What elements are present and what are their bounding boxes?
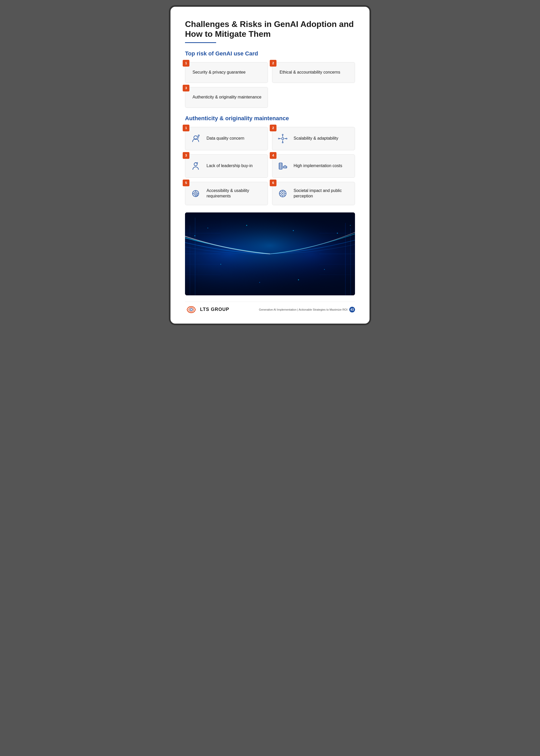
societal-icon bbox=[278, 189, 288, 199]
detail-card-5-text: Accessibility & usability requirements bbox=[204, 188, 262, 199]
svg-line-37 bbox=[284, 191, 285, 192]
detail-card-3-text: Lack of leadership buy-in bbox=[204, 163, 253, 169]
svg-point-65 bbox=[207, 227, 208, 228]
detail-card-4: 4 bbox=[272, 154, 355, 178]
svg-rect-15 bbox=[281, 164, 282, 165]
section2-row3: 5 Accessibility & usability requirements bbox=[185, 182, 355, 205]
risk-card-3: 3 Authenticity & originality maintenance bbox=[185, 87, 268, 108]
scalability-icon bbox=[278, 133, 288, 144]
detail-card-1: 1 Data quality concern bbox=[185, 127, 268, 150]
detail-card-1-inner: Data quality concern bbox=[191, 133, 244, 144]
footer-caption: Generative AI Implementation | Actionabl… bbox=[259, 308, 347, 311]
svg-rect-18 bbox=[280, 166, 280, 167]
badge-1: 1 bbox=[183, 60, 190, 66]
risk-card-2: 2 Ethical & accountability concerns bbox=[272, 62, 355, 83]
detail-card-6-text: Societal impact and public perception bbox=[292, 188, 349, 199]
svg-point-68 bbox=[337, 233, 338, 234]
section2: Authenticity & originality maintenance 1… bbox=[185, 115, 355, 205]
page-container: Challenges & Risks in GenAI Adoption and… bbox=[169, 5, 371, 325]
detail-badge-3: 3 bbox=[183, 152, 190, 159]
svg-point-29 bbox=[281, 192, 285, 195]
svg-point-27 bbox=[195, 193, 197, 194]
footer-right: Generative AI Implementation | Actionabl… bbox=[259, 307, 355, 313]
risk-card-1: 1 Security & privacy guarantee bbox=[185, 62, 268, 83]
svg-point-30 bbox=[282, 193, 283, 194]
section1-bottom-row: 3 Authenticity & originality maintenance bbox=[185, 87, 355, 108]
svg-line-36 bbox=[284, 195, 285, 196]
title-underline bbox=[185, 42, 216, 43]
risk-card-3-text: Authenticity & originality maintenance bbox=[191, 94, 261, 100]
detail-card-4-inner: High implementation costs bbox=[278, 161, 342, 171]
detail-card-2: 2 Scalability & adaptability bbox=[272, 127, 355, 150]
lts-logo-icon bbox=[185, 305, 198, 314]
detail-card-3-inner: Lack of leadership buy-in bbox=[191, 161, 253, 171]
svg-point-64 bbox=[194, 235, 196, 236]
hero-image-inner bbox=[185, 212, 355, 295]
footer: LTS GROUP Generative AI Implementation |… bbox=[185, 302, 355, 314]
svg-line-35 bbox=[280, 191, 282, 192]
risk-card-2-text: Ethical & accountability concerns bbox=[278, 70, 340, 75]
svg-rect-47 bbox=[190, 225, 190, 295]
svg-point-12 bbox=[197, 163, 198, 164]
svg-point-7 bbox=[282, 134, 283, 135]
detail-badge-4: 4 bbox=[270, 152, 276, 159]
section1: Top risk of GenAI use Card 1 Security & … bbox=[185, 50, 355, 108]
hero-image bbox=[185, 212, 355, 295]
svg-point-67 bbox=[220, 264, 221, 265]
data-quality-icon bbox=[191, 133, 201, 144]
leadership-icon bbox=[191, 161, 201, 171]
svg-point-22 bbox=[283, 166, 287, 167]
main-title: Challenges & Risks in GenAI Adoption and… bbox=[185, 19, 355, 39]
svg-rect-19 bbox=[281, 166, 282, 167]
detail-card-5-inner: Accessibility & usability requirements bbox=[191, 188, 262, 199]
svg-rect-17 bbox=[281, 165, 282, 166]
badge-2: 2 bbox=[270, 60, 276, 66]
badge-3: 3 bbox=[183, 85, 190, 91]
svg-point-8 bbox=[282, 142, 283, 143]
svg-point-26 bbox=[194, 192, 198, 195]
svg-point-10 bbox=[286, 138, 287, 139]
svg-line-38 bbox=[280, 195, 282, 196]
costs-icon bbox=[278, 161, 288, 171]
empty-slot bbox=[272, 87, 355, 108]
svg-point-2 bbox=[282, 138, 284, 140]
logo-area: LTS GROUP bbox=[185, 305, 229, 314]
detail-badge-1: 1 bbox=[183, 125, 190, 131]
section2-row1: 1 Data quality concern 2 bbox=[185, 127, 355, 150]
svg-point-74 bbox=[259, 282, 260, 283]
detail-badge-5: 5 bbox=[183, 180, 190, 186]
svg-point-71 bbox=[324, 269, 325, 270]
logo-text: LTS GROUP bbox=[200, 307, 229, 312]
detail-badge-2: 2 bbox=[270, 125, 276, 131]
section2-title: Authenticity & originality maintenance bbox=[185, 115, 355, 122]
svg-point-73 bbox=[293, 230, 294, 231]
detail-card-2-inner: Scalability & adaptability bbox=[278, 133, 338, 144]
detail-badge-6: 6 bbox=[270, 180, 276, 186]
section2-row2: 3 Lack of leadership buy-in 4 bbox=[185, 154, 355, 178]
hero-svg bbox=[185, 212, 355, 295]
detail-card-6: 6 Societal impac bbox=[272, 182, 355, 205]
section1-top-row: 1 Security & privacy guarantee 2 Ethical… bbox=[185, 62, 355, 83]
detail-card-3: 3 Lack of leadership buy-in bbox=[185, 154, 268, 178]
detail-card-4-text: High implementation costs bbox=[292, 163, 342, 169]
svg-rect-54 bbox=[345, 223, 346, 295]
detail-card-5: 5 Accessibility & usability requirements bbox=[185, 182, 268, 205]
svg-point-69 bbox=[350, 225, 351, 226]
svg-point-75 bbox=[298, 279, 299, 280]
svg-point-72 bbox=[246, 225, 247, 226]
page-number: 43 bbox=[349, 307, 355, 313]
risk-card-1-text: Security & privacy guarantee bbox=[191, 70, 246, 75]
svg-rect-55 bbox=[350, 228, 351, 295]
svg-point-1 bbox=[198, 135, 200, 136]
svg-rect-20 bbox=[280, 168, 282, 169]
svg-rect-14 bbox=[280, 164, 280, 165]
detail-card-6-inner: Societal impact and public perception bbox=[278, 188, 349, 199]
detail-card-1-text: Data quality concern bbox=[204, 136, 244, 141]
section1-title: Top risk of GenAI use Card bbox=[185, 50, 355, 57]
svg-point-9 bbox=[278, 138, 279, 139]
svg-rect-48 bbox=[195, 218, 196, 295]
accessibility-icon bbox=[191, 189, 201, 199]
svg-rect-16 bbox=[280, 165, 280, 166]
detail-card-2-text: Scalability & adaptability bbox=[292, 136, 338, 141]
